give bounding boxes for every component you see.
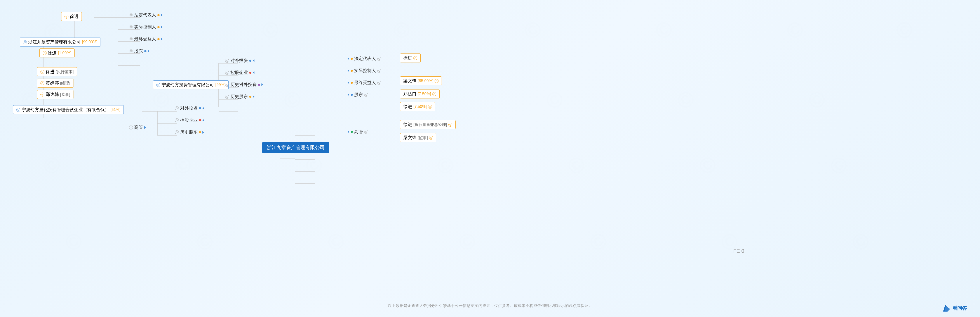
shareholder-right-text: 股东 bbox=[354, 92, 363, 98]
xu-jin-exec-label: 徐进 bbox=[46, 69, 54, 74]
holding-mid-text: 控股企业 bbox=[231, 70, 248, 76]
senior-right-arrow[interactable] bbox=[348, 130, 349, 133]
liang-exec-node[interactable]: 梁文锋 [监事] ⊙ bbox=[400, 133, 436, 142]
legal-rep-arrow[interactable] bbox=[161, 14, 163, 16]
liang-label: 梁文锋 bbox=[403, 78, 417, 84]
xu-jin-top-node[interactable]: ⊙ 徐进 bbox=[61, 12, 82, 21]
label-holding-mid[interactable]: ⊙ 控股企业 bbox=[225, 70, 255, 76]
final-ben-right-arrow[interactable] bbox=[348, 81, 349, 84]
zhejiang-icon: ⊙ bbox=[23, 40, 27, 44]
logo[interactable]: 看问答 bbox=[942, 304, 967, 313]
ningbo-huanfang-pct: [99%] bbox=[215, 82, 225, 87]
zheng-box: ⊙ 郑达韩 [监事] bbox=[37, 90, 73, 99]
shareholder-right-arrow[interactable] bbox=[348, 94, 349, 96]
label-shareholder[interactable]: ⊙ 股东 bbox=[129, 48, 150, 54]
hist-sh-liang-circle: ⊙ bbox=[175, 130, 179, 134]
zheng-dakou-label: 郑达口 bbox=[403, 91, 417, 97]
shareholder-circle: ⊙ bbox=[129, 49, 133, 53]
label-senior-right[interactable]: 高管 ⊙ bbox=[348, 129, 368, 135]
shareholder-right-circle: ⊙ bbox=[364, 93, 368, 97]
xu-jin-top-label: 徐进 bbox=[70, 14, 78, 19]
senior-arrow-left[interactable] bbox=[144, 126, 146, 129]
holding-liang-arrow[interactable] bbox=[202, 119, 204, 122]
label-ext-invest-liang[interactable]: ⊙ 对外投资 bbox=[175, 105, 204, 111]
xu-jin-exec2-icon: ⊙ bbox=[449, 123, 452, 127]
label-shareholder-right[interactable]: 股东 ⊙ bbox=[348, 92, 368, 98]
hist-sh-mid-circle: ⊙ bbox=[225, 95, 229, 99]
fe-0-text: FE 0 bbox=[733, 248, 745, 254]
hist-ext-mid-text: 历史对外投资 bbox=[231, 82, 257, 87]
huang-box: ⊙ 黄婷婷 [经理] bbox=[37, 79, 73, 87]
xu-jin-exec2-label: 徐进 bbox=[403, 122, 412, 127]
logo-text: 看问答 bbox=[953, 305, 967, 312]
actual-ctrl-right-text: 实际控制人 bbox=[354, 68, 376, 74]
final-ben-text: 最终受益人 bbox=[134, 36, 156, 42]
label-hist-shareholder-liang[interactable]: ⊙ 历史股东 bbox=[175, 129, 204, 135]
senior-circle-left: ⊙ bbox=[129, 125, 133, 130]
zheng-dakou-node[interactable]: 郑达口 [7.50%] ⊙ bbox=[400, 89, 440, 98]
xu-jin-exec2-node[interactable]: 徐进 [执行董事兼总经理] ⊙ bbox=[400, 120, 455, 129]
xu-jin-exec-node[interactable]: ⊙ 徐进 [执行董事] bbox=[37, 67, 77, 76]
xu-jin-exec-icon: ⊙ bbox=[40, 70, 45, 74]
label-actual-controller[interactable]: ⊙ 实际控制人 bbox=[129, 24, 163, 30]
huang-role: [经理] bbox=[60, 81, 70, 86]
label-legal-rep-right[interactable]: 法定代表人 ⊙ bbox=[348, 55, 381, 62]
zheng-dahan-node[interactable]: ⊙ 郑达韩 [监事] bbox=[37, 90, 73, 99]
xu-jin-exec-role: [执行董事] bbox=[56, 69, 74, 74]
actual-ctrl-right-dot bbox=[351, 70, 353, 72]
holding-mid-dot bbox=[249, 71, 251, 74]
hist-ext-mid-arrow[interactable] bbox=[261, 83, 263, 86]
zheng-label: 郑达韩 bbox=[46, 92, 59, 97]
shareholder-arrow[interactable] bbox=[148, 50, 150, 52]
xu-jin-pct-node[interactable]: ⊙ 徐进 [1.00%] bbox=[39, 49, 75, 57]
final-ben-arrow[interactable] bbox=[161, 38, 163, 40]
legal-rep-right-arrow[interactable] bbox=[348, 57, 349, 60]
ext-invest-liang-arrow[interactable] bbox=[202, 107, 204, 109]
legal-rep-circle: ⊙ bbox=[129, 13, 133, 17]
label-final-ben-right[interactable]: 最终受益人 ⊙ bbox=[348, 80, 381, 86]
liang-exec-label: 梁文锋 bbox=[403, 135, 417, 141]
xu-jin-pct-box: ⊙ 徐进 [1.00%] bbox=[39, 49, 75, 57]
label-hist-ext-mid[interactable]: ⊙ 历史对外投资 bbox=[225, 82, 263, 87]
label-final-beneficiary[interactable]: ⊙ 最终受益人 bbox=[129, 36, 163, 42]
huang-tingting-node[interactable]: ⊙ 黄婷婷 [经理] bbox=[37, 79, 73, 87]
legal-rep-dot bbox=[158, 14, 159, 16]
label-holding-liang[interactable]: ⊙ 控股企业 bbox=[175, 117, 204, 123]
hist-sh-liang-dot bbox=[199, 131, 201, 133]
xu-jin-right-node[interactable]: 徐进 [7.50%] ⊙ bbox=[400, 102, 435, 111]
label-hist-sh-mid[interactable]: ⊙ 历史股东 bbox=[225, 94, 255, 100]
legal-rep-right-text: 法定代表人 bbox=[354, 55, 376, 62]
xu-jin-exec-box: ⊙ 徐进 [执行董事] bbox=[37, 67, 77, 76]
xu-jin-top-box: ⊙ 徐进 bbox=[61, 12, 82, 21]
footer: 以上数据是企查查大数据分析引擎基于公开信息挖掘的成果，仅供参考。该成果不构成任何… bbox=[388, 303, 592, 308]
actual-ctrl-right-circle: ⊙ bbox=[377, 69, 381, 73]
liang-box: 梁文锋 [85.00%] ⊙ bbox=[400, 76, 442, 86]
zhejiang-jiuzhang-node[interactable]: ⊙ 浙江九章资产管理有限公司 [99.00%] bbox=[20, 38, 101, 46]
zhejiang-label: 浙江九章资产管理有限公司 bbox=[28, 39, 81, 45]
label-legal-rep[interactable]: ⊙ 法定代表人 bbox=[129, 12, 163, 18]
hist-sh-mid-arrow[interactable] bbox=[253, 95, 255, 98]
actual-ctrl-text: 实际控制人 bbox=[134, 24, 156, 30]
senior-text-left: 高管 bbox=[134, 124, 143, 130]
ningbo-limited-node[interactable]: ⊙ 宁波幻方量化投资管理合伙企业（有限合伙） [51%] bbox=[13, 105, 124, 114]
ext-invest-mid-text: 对外投资 bbox=[231, 58, 248, 63]
hist-sh-mid-dot bbox=[249, 96, 251, 98]
ext-invest-liang-dot bbox=[199, 107, 201, 109]
ext-invest-mid-arrow[interactable] bbox=[253, 59, 255, 62]
legal-rep-text: 法定代表人 bbox=[134, 12, 156, 18]
xu-jin-top-icon: ⊙ bbox=[65, 14, 68, 19]
label-actual-ctrl-right[interactable]: 实际控制人 ⊙ bbox=[348, 68, 381, 74]
actual-ctrl-right-arrow[interactable] bbox=[348, 70, 349, 72]
holding-mid-arrow[interactable] bbox=[253, 71, 255, 74]
ningbo-huanfang-node[interactable]: ⊙ 宁波幻方投资管理有限公司 [99%] bbox=[153, 80, 229, 89]
legal-rep-value-node[interactable]: 徐进 ⊙ bbox=[400, 54, 421, 62]
hist-sh-liang-arrow[interactable] bbox=[202, 131, 204, 134]
label-ext-invest-mid[interactable]: ⊙ 对外投资 bbox=[225, 58, 255, 63]
hist-sh-mid-text: 历史股东 bbox=[231, 94, 248, 100]
xu-jin-pct-val: [1.00%] bbox=[58, 51, 71, 55]
holding-mid-circle: ⊙ bbox=[225, 71, 229, 74]
liang-icon: ⊙ bbox=[434, 79, 439, 83]
label-senior-mgmt-left[interactable]: ⊙ 高管 bbox=[129, 124, 146, 130]
liang-wenfeng-node[interactable]: 梁文锋 [85.00%] ⊙ bbox=[400, 76, 442, 86]
actual-ctrl-arrow[interactable] bbox=[161, 26, 163, 29]
